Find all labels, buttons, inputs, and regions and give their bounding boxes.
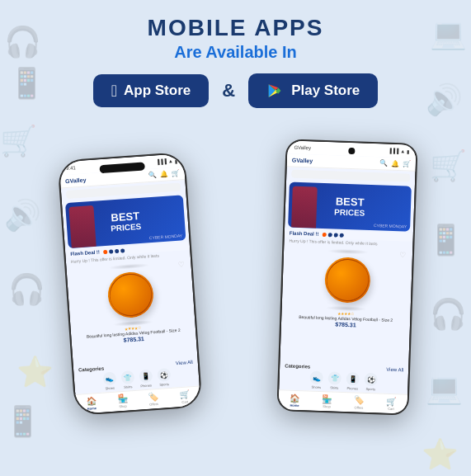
categories-title-right: Categories (285, 363, 310, 369)
page-title: MOBILE APPS (148, 15, 324, 41)
time-right: GValley (294, 145, 311, 151)
cart-header-icon-r: 🛒 (403, 160, 411, 167)
cat-label-1r: Shoes (312, 385, 322, 389)
cart-nav-label: Cart (181, 399, 188, 404)
cat-circle-4r: ⚽ (364, 373, 378, 387)
cat-circle-2: 👕 (120, 370, 134, 384)
nav-home-right[interactable]: 🏠 Home (290, 394, 300, 408)
app-store-button[interactable]:  App Store (93, 74, 210, 107)
home-nav-icon: 🏠 (86, 396, 97, 406)
banner-text-right: BEST PRICES (334, 196, 365, 218)
cat-circle-4: ⚽ (157, 368, 171, 382)
view-all-right[interactable]: View All (386, 367, 403, 373)
flash-deal-label-left: Flash Deal !! (70, 249, 100, 256)
dot1 (103, 249, 107, 253)
shop-nav-label-r: Shop (323, 404, 331, 408)
cat-item-2: 👕 Shirts (120, 370, 134, 389)
flash-dots-left (103, 248, 125, 254)
home-nav-label-r: Home (290, 403, 299, 408)
banner-left: BEST PRICES CYBER MONDAY (65, 195, 186, 248)
categories-right: Categories View All 👟 Shoes 👕 Shirts (279, 361, 408, 394)
offers-nav-label: Offers (149, 402, 158, 407)
cat-item-3r: 📱 Phones (346, 372, 360, 391)
flash-dots-right (322, 232, 343, 237)
cart-nav-icon-r: 🛒 (386, 397, 396, 406)
cart-header-icon: 🛒 (172, 169, 181, 177)
nav-home-left[interactable]: 🏠 Home (86, 396, 97, 411)
bottom-nav-right: 🏠 Home 🏪 Shop 🏷️ Offers 🛒 Cart (278, 389, 407, 413)
cat-item-4r: ⚽ Sports (364, 373, 378, 392)
play-store-label: Play Store (291, 82, 360, 99)
nav-offers-right[interactable]: 🏷️ Offers (354, 395, 365, 409)
signal-icon: ▐▐▐ (156, 159, 167, 165)
battery-icon: ▮ (174, 158, 177, 163)
heart-icon-right[interactable]: ♡ (399, 251, 406, 259)
play-store-button[interactable]: Play Store (248, 73, 378, 108)
apple-icon:  (111, 82, 117, 99)
product-area-right: ♡ ★★★★☆ Beautiful long lasting Adidas Ve… (280, 243, 412, 365)
dot1-r (322, 232, 326, 236)
cart-nav-icon: 🛒 (179, 389, 190, 399)
cat-item-4: ⚽ Sports (157, 368, 171, 387)
dot3 (115, 248, 119, 252)
banner-best-right: BEST (334, 196, 365, 209)
product-area-left: ♡ ★★★★☆ Beautiful long lasting Adidas Ve… (66, 257, 197, 366)
banner-text-left: BEST PRICES (110, 210, 142, 233)
offers-nav-icon-r: 🏷️ (354, 395, 364, 404)
banner-right: BEST PRICES CYBER MONDAY (288, 181, 412, 231)
shop-nav-label: Shop (119, 404, 127, 409)
home-nav-label: Home (87, 406, 97, 411)
nav-shop-left[interactable]: 🏪 Shop (117, 394, 128, 409)
shop-nav-icon: 🏪 (117, 394, 128, 404)
page-subtitle: Are Available In (174, 43, 297, 62)
cat-label-2r: Shirts (330, 385, 338, 389)
cat-circle-3: 📱 (139, 369, 153, 383)
dot4 (120, 248, 125, 252)
bg-star2-icon: ⭐ (422, 437, 459, 472)
dot4-r (339, 233, 343, 237)
cat-circle-2r: 👕 (327, 371, 341, 385)
nav-shop-right[interactable]: 🏪 Shop (322, 394, 332, 408)
view-all-left[interactable]: View All (176, 360, 193, 365)
cat-icons-right: 👟 Shoes 👕 Shirts 📱 Phones ⚽ (284, 370, 403, 392)
banner-prices-right: PRICES (334, 208, 365, 218)
basketball-right (323, 257, 370, 304)
cat-label-4r: Sports (365, 387, 375, 391)
play-store-icon (266, 82, 285, 100)
signal-icon-r: ▐▐▐ (389, 148, 399, 153)
product-price-right: $785.31 (335, 321, 356, 328)
cat-item-3: 📱 Phones (139, 369, 153, 388)
dot3-r (333, 233, 337, 237)
banner-cyber-left: CYBER MONDAY (149, 233, 183, 240)
basketball-left (106, 271, 155, 319)
iphone-mockup: 9:41 ▐▐▐ ▲ ▮ GValley 🔍 🔔 🛒 (57, 152, 202, 416)
banner-cyber-right: CYBER MONDAY (374, 223, 407, 229)
android-screen: GValley ▐▐▐ ▲ ▮ GValley 🔍 🔔 🛒 (278, 140, 416, 413)
cart-nav-label-r: Cart (388, 407, 394, 411)
nav-offers-left[interactable]: 🏷️ Offers (148, 392, 159, 407)
nav-cart-left[interactable]: 🛒 Cart (179, 389, 190, 404)
offers-nav-label-r: Offers (354, 405, 363, 409)
cat-circle-1: 👟 (102, 371, 116, 385)
iphone-screen: 9:41 ▐▐▐ ▲ ▮ GValley 🔍 🔔 🛒 (59, 153, 201, 414)
app-logo-right: GValley (292, 158, 313, 164)
cat-item-1: 👟 Shoes (102, 371, 116, 390)
wifi-icon-r: ▲ (400, 148, 405, 153)
categories-title-left: Categories (78, 365, 104, 372)
shop-nav-icon-r: 🏪 (322, 394, 332, 403)
flash-deal-label-right: Flash Deal !! (290, 231, 319, 237)
wifi-icon: ▲ (168, 158, 173, 163)
dot2 (109, 249, 113, 253)
home-nav-icon-r: 🏠 (290, 394, 299, 403)
search-header-icon-r: 🔍 (379, 159, 388, 167)
header-icons-right: 🔍 🔔 🛒 (379, 159, 411, 167)
nav-cart-right[interactable]: 🛒 Cart (386, 397, 397, 411)
banner-person-right (291, 186, 318, 229)
cat-circle-3r: 📱 (346, 372, 360, 386)
cat-label-4: Sports (159, 382, 169, 387)
ampersand-text: & (222, 80, 235, 101)
heart-icon-left[interactable]: ♡ (177, 260, 185, 269)
cat-label-3: Phones (140, 383, 152, 388)
cat-label-2: Shirts (124, 384, 133, 389)
search-bar-right[interactable] (291, 170, 410, 182)
